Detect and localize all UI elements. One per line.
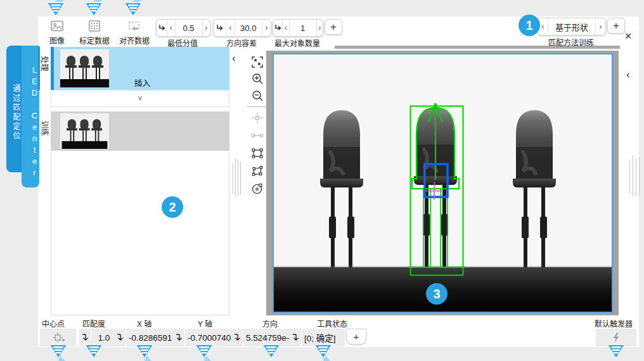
zoom-in-icon bbox=[251, 73, 264, 86]
fit-view-button[interactable] bbox=[250, 54, 265, 70]
state-value[interactable]: [0; 确定] bbox=[302, 329, 345, 346]
align-data-icon bbox=[127, 19, 141, 33]
angle-tolerance-increment[interactable]: › bbox=[262, 20, 271, 36]
align-data-button[interactable]: 对齐数据 bbox=[115, 19, 153, 46]
led-thumbnail-image bbox=[60, 113, 109, 149]
max-objects-increment[interactable]: › bbox=[316, 20, 323, 36]
angle-value[interactable]: 5.524759e- bbox=[243, 329, 290, 346]
splitter-handle[interactable] bbox=[240, 162, 241, 194]
splitter-handle[interactable] bbox=[639, 157, 640, 196]
center-point-button[interactable] bbox=[40, 329, 76, 346]
row-selection-bar bbox=[51, 47, 54, 90]
return-arrow-icon bbox=[273, 20, 282, 36]
align-data-button-label: 对齐数据 bbox=[119, 35, 150, 46]
min-score-decrement[interactable]: ‹ bbox=[167, 20, 174, 36]
match-method-next[interactable]: › bbox=[595, 18, 605, 35]
score-value[interactable]: 1.0 bbox=[91, 329, 114, 346]
image-canvas[interactable] bbox=[273, 53, 613, 313]
circle-tool-icon bbox=[251, 182, 264, 195]
line-tool-icon bbox=[251, 129, 264, 142]
angle-tolerance-decrement[interactable]: ‹ bbox=[226, 20, 235, 36]
x-axis-label: X 轴 bbox=[137, 318, 151, 329]
return-arrow-icon bbox=[157, 20, 167, 36]
template-row-train[interactable] bbox=[51, 111, 229, 151]
led-thumbnail-image bbox=[60, 49, 109, 87]
min-score-increment[interactable]: › bbox=[202, 20, 210, 36]
calibration-grid-icon bbox=[87, 19, 101, 33]
step-badge-3: 3 bbox=[426, 283, 448, 305]
x-value[interactable]: -0.8286591 bbox=[126, 329, 173, 346]
add-output-button[interactable]: + bbox=[346, 329, 366, 345]
line-tool-button[interactable] bbox=[250, 128, 265, 143]
lightning-icon bbox=[612, 332, 621, 343]
tool-state-label: 工具状态 bbox=[317, 318, 347, 329]
match-method-label: 匹配方法训练 bbox=[534, 37, 608, 48]
max-objects-label: 最大对象数量 bbox=[269, 37, 326, 48]
chevron-down-icon: ˅ bbox=[138, 94, 142, 103]
y-output-icon bbox=[173, 329, 184, 346]
splitter-handle[interactable] bbox=[629, 162, 630, 193]
score-output-icon bbox=[79, 329, 91, 346]
point-tool-icon bbox=[251, 111, 264, 124]
right-panel-collapse-icon[interactable]: ‹ bbox=[626, 68, 630, 81]
rotated-rect-tool-button[interactable] bbox=[250, 163, 265, 179]
zoom-out-button[interactable] bbox=[250, 89, 265, 104]
image-button[interactable]: 图像 bbox=[41, 19, 74, 46]
max-objects-stepper[interactable]: ‹ 1 › bbox=[273, 19, 323, 37]
toolbar-divider bbox=[247, 106, 266, 107]
splitter-handle[interactable] bbox=[235, 158, 236, 196]
y-value[interactable]: -0.7000740 bbox=[185, 329, 231, 346]
angle-label: 方向 bbox=[262, 318, 278, 329]
return-arrow-icon bbox=[214, 20, 226, 36]
splitter-handle[interactable] bbox=[238, 160, 238, 196]
splitter-handle[interactable] bbox=[233, 163, 233, 194]
template-dropdown[interactable]: ˅ bbox=[51, 91, 229, 107]
default-trigger-label: 默认触发器 bbox=[595, 318, 633, 329]
y-axis-label: Y 轴 bbox=[198, 318, 212, 329]
max-objects-value[interactable]: 1 bbox=[289, 20, 316, 36]
rect-tool-icon bbox=[251, 147, 264, 160]
template-row-insert[interactable]: 插入 bbox=[51, 47, 229, 90]
score-label: 匹配度 bbox=[82, 318, 105, 329]
center-point-icon bbox=[51, 331, 65, 344]
zoom-in-button[interactable] bbox=[250, 72, 265, 87]
match-method-value[interactable]: 基于形状 bbox=[548, 18, 595, 35]
calibration-data-button-label: 标定数据 bbox=[79, 35, 110, 46]
match-method-selector[interactable]: ‹ 基于形状 › bbox=[538, 18, 606, 35]
angle-output-icon bbox=[231, 329, 243, 346]
splitter-handle[interactable] bbox=[636, 158, 636, 196]
rotated-rect-tool-icon bbox=[251, 165, 264, 177]
step-badge-2: 2 bbox=[162, 196, 183, 218]
trigger-button[interactable] bbox=[596, 329, 636, 346]
close-icon[interactable]: × bbox=[622, 30, 634, 42]
angle-tolerance-stepper[interactable]: ‹ 30.0 › bbox=[213, 19, 271, 37]
min-score-stepper[interactable]: ‹ 0.5 › bbox=[156, 19, 210, 37]
add-param-button[interactable]: + bbox=[325, 19, 342, 35]
point-tool-button[interactable] bbox=[250, 110, 265, 125]
fit-view-icon bbox=[251, 56, 264, 68]
image-icon bbox=[50, 19, 64, 33]
circle-tool-button[interactable] bbox=[250, 181, 265, 196]
splitter-handle[interactable] bbox=[633, 155, 633, 196]
min-score-value[interactable]: 0.5 bbox=[175, 20, 202, 36]
step-badge-1: 1 bbox=[518, 15, 540, 36]
max-objects-decrement[interactable]: ‹ bbox=[282, 20, 289, 36]
angle-tolerance-value[interactable]: 30.0 bbox=[235, 20, 262, 36]
center-point-label: 中心点 bbox=[42, 318, 65, 329]
sidebar-tab-locate-by-match[interactable]: 通过匹配定位 bbox=[6, 46, 22, 172]
template-list-area[interactable] bbox=[51, 152, 229, 315]
x-output-icon bbox=[114, 329, 126, 346]
calibration-data-button[interactable]: 标定数据 bbox=[75, 19, 114, 46]
image-button-label: 图像 bbox=[49, 35, 65, 46]
panel-collapse-icon[interactable]: ‹ bbox=[232, 52, 236, 65]
camera-image bbox=[274, 54, 612, 312]
template-row-label: 插入 bbox=[134, 77, 150, 89]
state-output-icon bbox=[290, 329, 301, 346]
rect-tool-button[interactable] bbox=[250, 146, 265, 161]
app-root: { "icons": { "close": "×", "collapse": "… bbox=[0, 0, 644, 361]
template-thumbnail bbox=[60, 113, 109, 149]
template-thumbnail bbox=[60, 49, 109, 87]
zoom-out-icon bbox=[251, 90, 264, 103]
